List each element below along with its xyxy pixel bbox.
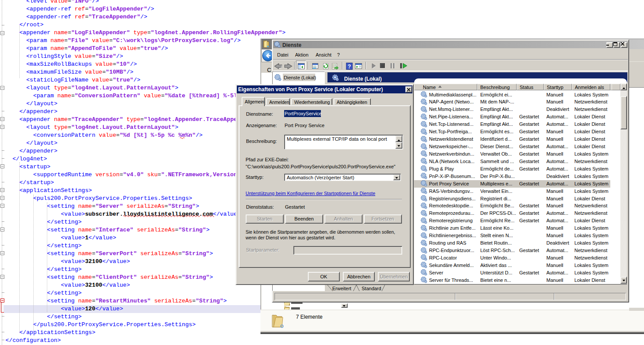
svg-text:?: ? [348,64,351,70]
svg-text:Standard: Standard [362,286,381,291]
svg-text:Erweitert: Erweitert [332,286,351,291]
